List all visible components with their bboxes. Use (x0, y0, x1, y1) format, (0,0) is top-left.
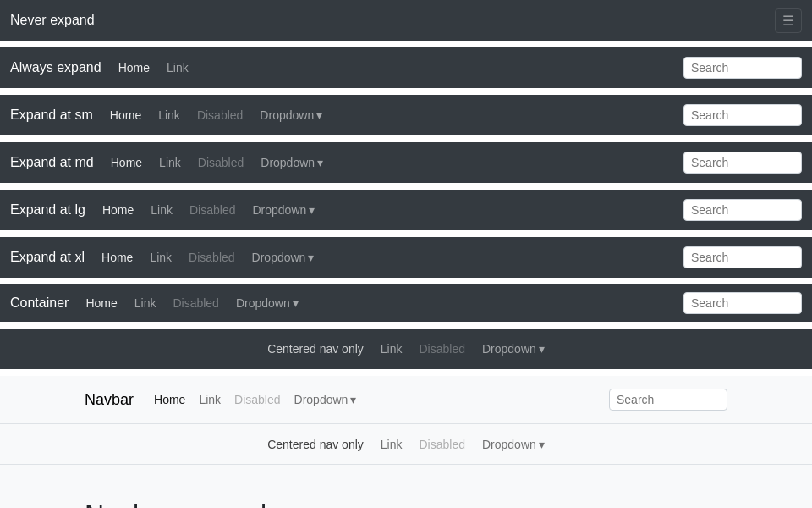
caret-icon: ▾ (539, 438, 545, 451)
nav-item-disabled: Disabled (413, 433, 472, 456)
nav-item-disabled: Disabled (228, 388, 287, 411)
expand-xl-brand: Expand at xl (10, 250, 85, 265)
caret-icon: ▾ (539, 342, 545, 356)
nav-item-dropdown[interactable]: Dropdown ▾ (253, 103, 329, 127)
always-expand-navbar: Always expand Home Link (0, 47, 812, 88)
nav-item-disabled: Disabled (166, 291, 225, 315)
expand-md-brand: Expand at md (10, 155, 94, 170)
nav-item-home[interactable]: Home (96, 198, 140, 222)
content-section: Navbar examples This example is a quick … (0, 465, 812, 508)
caret-icon: ▾ (317, 156, 323, 169)
nav-item-disabled: Disabled (190, 103, 250, 127)
nav-item-link[interactable]: Link (152, 151, 188, 174)
search-input[interactable] (683, 104, 802, 126)
nav-item-disabled: Disabled (191, 151, 250, 174)
light-navbar: Navbar Home Link Disabled Dropdown ▾ (85, 376, 727, 423)
nav-item-home[interactable]: Home (112, 56, 156, 80)
caret-icon: ▾ (309, 203, 315, 217)
never-expand-brand: Never expand (10, 13, 95, 28)
nav-item-link[interactable]: Link (160, 56, 195, 80)
nav-item-dropdown[interactable]: Dropdown ▾ (229, 291, 305, 315)
expand-lg-nav: Home Link Disabled Dropdown ▾ (96, 198, 683, 222)
centered-nav-dark: Centered nav only Link Disabled Dropdown… (0, 329, 812, 369)
nav-item-home[interactable]: Home (79, 291, 123, 315)
container-navbar: Container Home Link Disabled Dropdown ▾ (0, 288, 812, 318)
search-input[interactable] (683, 199, 802, 221)
nav-item-link[interactable]: Link (374, 433, 409, 456)
always-expand-nav: Home Link (112, 56, 683, 80)
caret-icon: ▾ (316, 108, 322, 122)
navbar-toggler[interactable]: ☰ (775, 8, 802, 33)
expand-xl-navbar: Expand at xl Home Link Disabled Dropdown… (0, 237, 812, 278)
page-title: Navbar examples (85, 499, 727, 508)
expand-md-nav: Home Link Disabled Dropdown ▾ (104, 151, 683, 174)
always-expand-brand: Always expand (10, 60, 102, 75)
nav-item-home[interactable]: Home (147, 388, 192, 411)
nav-item-dropdown[interactable]: Dropdown ▾ (288, 388, 364, 411)
search-input[interactable] (683, 57, 802, 79)
nav-item-link[interactable]: Link (144, 198, 179, 222)
expand-sm-nav: Home Link Disabled Dropdown ▾ (103, 103, 683, 127)
nav-item-dropdown[interactable]: Dropdown ▾ (245, 246, 321, 269)
caret-icon: ▾ (293, 296, 299, 310)
nav-item-disabled: Disabled (413, 337, 472, 361)
centered-nav-light-label: Centered nav only (261, 433, 370, 456)
nav-item-dropdown[interactable]: Dropdown ▾ (475, 433, 551, 456)
search-input[interactable] (683, 152, 802, 174)
nav-item-link[interactable]: Link (192, 388, 228, 411)
nav-item-disabled: Disabled (183, 198, 242, 222)
nav-item-dropdown[interactable]: Dropdown ▾ (245, 198, 321, 222)
expand-xl-nav: Home Link Disabled Dropdown ▾ (95, 246, 683, 269)
nav-item-dropdown[interactable]: Dropdown ▾ (475, 337, 551, 361)
nav-item-disabled: Disabled (182, 246, 241, 269)
search-input[interactable] (683, 292, 802, 314)
nav-item-link[interactable]: Link (128, 291, 163, 315)
search-input[interactable] (683, 246, 802, 268)
expand-lg-brand: Expand at lg (10, 202, 85, 218)
nav-item-home[interactable]: Home (104, 151, 149, 174)
never-expand-navbar: Never expand ☰ (0, 0, 812, 41)
nav-item-home[interactable]: Home (103, 103, 148, 127)
container-nav: Home Link Disabled Dropdown ▾ (79, 291, 683, 315)
nav-item-link[interactable]: Link (143, 246, 178, 269)
nav-item-home[interactable]: Home (95, 246, 140, 269)
expand-md-navbar: Expand at md Home Link Disabled Dropdown… (0, 142, 812, 183)
caret-icon: ▾ (308, 251, 314, 264)
nav-item-link[interactable]: Link (151, 103, 187, 127)
expand-lg-navbar: Expand at lg Home Link Disabled Dropdown… (0, 190, 812, 230)
nav-item-link[interactable]: Link (374, 337, 409, 361)
light-navbar-brand: Navbar (85, 391, 134, 409)
expand-sm-brand: Expand at sm (10, 108, 93, 123)
search-input[interactable] (609, 389, 727, 411)
centered-nav-label: Centered nav only (261, 337, 370, 361)
container-brand: Container (10, 295, 69, 311)
caret-icon: ▾ (350, 393, 356, 406)
expand-sm-navbar: Expand at sm Home Link Disabled Dropdown… (0, 95, 812, 135)
centered-nav-light: Centered nav only Link Disabled Dropdown… (0, 424, 812, 465)
light-navbar-section: Navbar Home Link Disabled Dropdown ▾ (0, 376, 812, 424)
nav-item-dropdown[interactable]: Dropdown ▾ (254, 151, 330, 174)
